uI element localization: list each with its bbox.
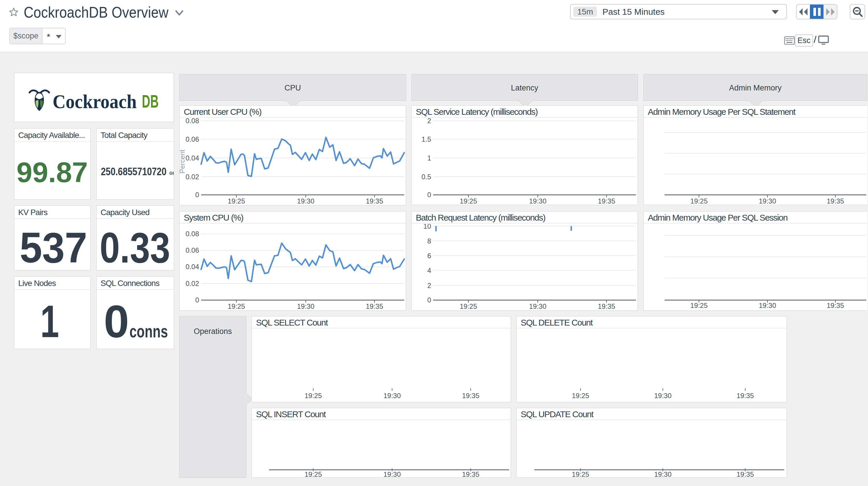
svg-text:19:30: 19:30 (383, 470, 401, 477)
svg-text:0: 0 (195, 296, 199, 304)
svg-text:19:25: 19:25 (572, 470, 589, 477)
svg-text:8: 8 (427, 237, 431, 245)
svg-text:1: 1 (427, 154, 431, 162)
svg-text:0.08: 0.08 (186, 230, 199, 238)
svg-text:2: 2 (427, 282, 431, 289)
svg-text:19:30: 19:30 (759, 302, 776, 309)
svg-text:1.5: 1.5 (422, 135, 431, 143)
svg-text:19:35: 19:35 (827, 302, 844, 309)
svg-text:6: 6 (427, 252, 431, 260)
svg-text:4: 4 (427, 266, 431, 275)
svg-text:0.08: 0.08 (186, 118, 199, 124)
svg-text:19:30: 19:30 (654, 470, 672, 477)
svg-text:2: 2 (427, 118, 431, 124)
svg-text:Cockroach: Cockroach (53, 90, 137, 112)
svg-text:19:30: 19:30 (297, 303, 314, 310)
svg-text:0.06: 0.06 (186, 246, 199, 254)
svg-text:19:25: 19:25 (305, 470, 322, 477)
svg-text:537: 537 (20, 224, 87, 270)
svg-text:99.87: 99.87 (17, 156, 88, 188)
svg-text:19:30: 19:30 (529, 303, 547, 310)
svg-text:0.02: 0.02 (186, 173, 199, 181)
svg-text:conns: conns (129, 321, 168, 341)
svg-text:19:25: 19:25 (228, 303, 245, 310)
svg-text:DB: DB (142, 91, 159, 111)
svg-text:19:35: 19:35 (737, 470, 754, 477)
svg-text:19:25: 19:25 (690, 302, 708, 309)
svg-text:19:35: 19:35 (462, 392, 479, 400)
svg-text:GB: GB (169, 171, 174, 175)
svg-text:0.02: 0.02 (186, 280, 199, 287)
svg-text:CockroachDB Overview: CockroachDB Overview (24, 3, 169, 21)
svg-text:0: 0 (195, 191, 199, 199)
svg-text:19:25: 19:25 (228, 197, 245, 205)
svg-text:10: 10 (423, 224, 431, 230)
svg-text:0.06: 0.06 (186, 135, 199, 143)
svg-text:0.33: 0.33 (100, 224, 170, 270)
svg-text:19:35: 19:35 (462, 470, 479, 477)
svg-text:19:25: 19:25 (460, 197, 477, 205)
svg-text:19:25: 19:25 (572, 392, 589, 400)
svg-text:19:30: 19:30 (529, 197, 547, 205)
svg-text:19:35: 19:35 (737, 392, 754, 400)
svg-text:0: 0 (427, 191, 431, 199)
svg-text:19:35: 19:35 (598, 303, 615, 310)
svg-text:0.04: 0.04 (186, 263, 199, 270)
svg-text:19:30: 19:30 (654, 392, 672, 400)
svg-text:19:35: 19:35 (827, 197, 844, 205)
svg-text:19:25: 19:25 (460, 303, 477, 310)
svg-text:Percent: Percent (180, 149, 186, 173)
svg-text:19:30: 19:30 (297, 197, 314, 205)
svg-text:1: 1 (40, 296, 59, 347)
svg-text:19:35: 19:35 (366, 303, 383, 310)
svg-text:250.6855710720: 250.6855710720 (101, 166, 166, 177)
svg-text:19:30: 19:30 (383, 392, 401, 400)
svg-text:19:35: 19:35 (366, 197, 383, 205)
svg-text:19:30: 19:30 (759, 197, 776, 205)
svg-text:0.5: 0.5 (422, 173, 431, 181)
svg-text:0.04: 0.04 (186, 154, 199, 162)
svg-text:0: 0 (427, 296, 431, 304)
svg-text:0: 0 (104, 296, 129, 347)
svg-text:19:25: 19:25 (690, 197, 708, 205)
svg-text:19:35: 19:35 (598, 197, 615, 205)
svg-text:19:25: 19:25 (305, 392, 322, 400)
